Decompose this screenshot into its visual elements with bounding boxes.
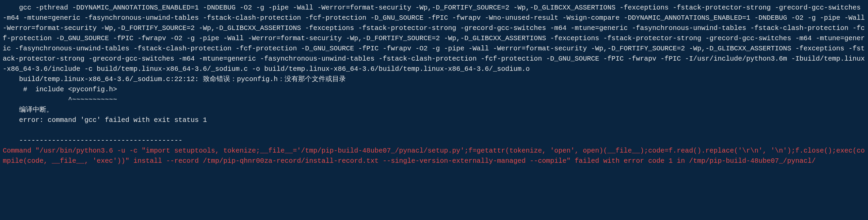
fatal-error-line: build/temp.linux-x86_64-3.6/_sodium.c:22…	[3, 74, 865, 84]
command-failed-error: Command "/usr/bin/python3.6 -u -c "impor…	[3, 146, 865, 166]
separator-line: ----------------------------------------	[3, 136, 865, 146]
gcc-failed-line: error: command 'gcc' failed with exit st…	[3, 115, 865, 125]
include-directive-line: # include <pyconfig.h>	[3, 84, 865, 95]
blank-line	[3, 125, 865, 136]
gcc-command-output: gcc -pthread -DDYNAMIC_ANNOTATIONS_ENABL…	[3, 3, 865, 74]
error-caret-line: ^~~~~~~~~~~~	[3, 95, 865, 105]
compile-abort-line: 编译中断。	[3, 105, 865, 115]
